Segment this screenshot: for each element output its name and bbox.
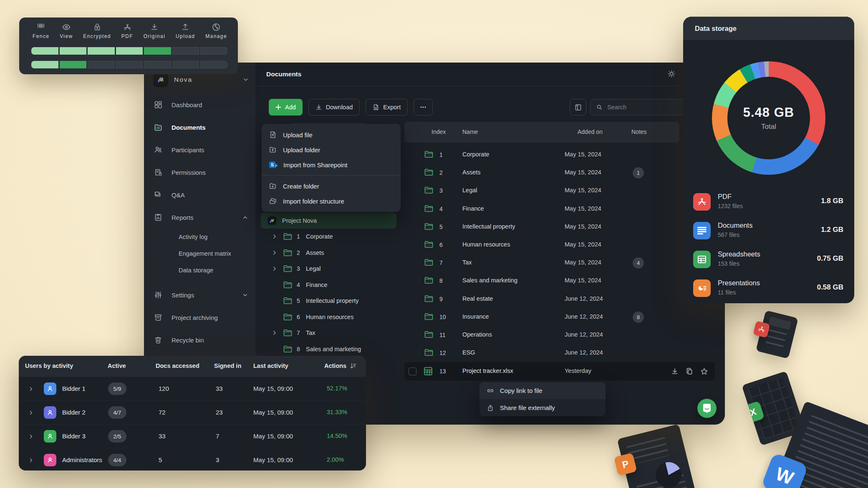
column-header-docs-accessed[interactable]: Docs accessed [156, 362, 199, 369]
column-header-actions[interactable]: Actions [324, 362, 346, 369]
menu-item-upload-file[interactable]: Upload file [262, 127, 401, 142]
sidebar-item-project-archiving[interactable]: Project archiving [144, 306, 255, 329]
legend-row-documents[interactable]: Documents 567 files 1.2 GB [683, 216, 854, 245]
chevron-down-icon[interactable] [242, 292, 248, 298]
row-name[interactable]: Finance [462, 205, 484, 212]
chevron-up-icon[interactable] [242, 215, 248, 220]
notes-count-badge[interactable]: 4 [633, 257, 644, 269]
sidebar-item-participants[interactable]: Participants [144, 138, 255, 161]
legend-row-spreadsheets[interactable]: Spreadsheets 153 files 0.75 GB [683, 245, 854, 274]
sidebar-item-engagement-matrix[interactable]: Engagement matrix [144, 245, 255, 262]
column-header-last-activity[interactable]: Last activity [253, 362, 288, 369]
table-row[interactable]: 11 Operations June 12, 2024 [404, 326, 715, 344]
chevron-right-icon[interactable] [272, 330, 277, 335]
theme-brightness-icon[interactable] [667, 70, 676, 78]
star-icon[interactable] [700, 367, 708, 375]
fence-view-button[interactable]: Fence [33, 23, 49, 39]
menu-item-upload-folder[interactable]: Upload folder [262, 142, 401, 157]
sidebar-item-documents[interactable]: Documents [144, 116, 255, 138]
tree-item[interactable]: 3 Legal [261, 261, 396, 277]
table-row[interactable]: 12 ESG June 12, 2024 [404, 344, 715, 362]
column-header-notes[interactable]: Notes [631, 128, 647, 135]
chevron-right-icon[interactable] [272, 266, 277, 271]
tree-item[interactable]: 4 Finance [261, 277, 396, 293]
notes-count-badge[interactable]: 8 [633, 312, 644, 323]
sidebar-item-permissions[interactable]: Permissions [144, 161, 255, 184]
sidebar-item-qa[interactable]: Q&A [144, 184, 255, 206]
tree-item[interactable]: 7 Tax [261, 325, 396, 341]
menu-item-create-folder[interactable]: Create folder [262, 179, 401, 194]
sidebar-item-reports[interactable]: Reports [144, 206, 255, 229]
column-header-index[interactable]: Index [431, 128, 446, 135]
row-name[interactable]: Intellectual property [462, 223, 515, 230]
notes-count-badge[interactable]: 1 [633, 167, 644, 179]
legend-row-presentations[interactable]: Presentations 11 files 0.58 GB [683, 274, 854, 303]
copy-icon[interactable] [686, 367, 693, 375]
chevron-right-icon[interactable] [29, 458, 33, 463]
table-row[interactable]: 1 Corporate May 15, 2024 [404, 146, 715, 164]
table-row[interactable]: 4 Finance May 15, 2024 [404, 200, 715, 218]
chevron-right-icon[interactable] [29, 387, 33, 391]
tree-item[interactable]: 8 Sales and marketing [261, 341, 396, 357]
row-name[interactable]: Legal [462, 187, 477, 194]
column-header-users[interactable]: Users by activity [25, 362, 73, 369]
row-name[interactable]: Real estate [462, 295, 493, 302]
tree-item[interactable]: 5 Intellectual property [261, 293, 396, 309]
table-row[interactable]: 6 Human resources May 15, 2024 [404, 236, 715, 254]
sidebar-item-activity-log[interactable]: Activity log [144, 229, 255, 245]
row-name[interactable]: Tax [462, 259, 472, 266]
menu-item-import-folder-structure[interactable]: Import folder structure [262, 194, 401, 209]
user-row[interactable]: Bidder 1 5/9 120 33 May 15, 09:00 52.17% [19, 377, 366, 400]
row-name[interactable]: Sales and marketing [462, 277, 517, 284]
more-actions-button[interactable] [414, 99, 433, 116]
row-name[interactable]: Project tracker.xlsx [462, 367, 513, 374]
table-row[interactable]: 8 Sales and marketing May 15, 2024 [404, 272, 715, 290]
column-header-signed-in[interactable]: Signed in [214, 362, 241, 369]
row-name[interactable]: Assets [462, 169, 481, 176]
chevron-down-icon[interactable] [243, 77, 249, 83]
sidebar-item-dashboard[interactable]: Dashboard [144, 93, 255, 116]
column-header-added-on[interactable]: Added on [578, 128, 603, 135]
chevron-right-icon[interactable] [272, 234, 277, 239]
sidebar-item-recycle-bin[interactable]: Recycle bin [144, 329, 255, 351]
row-checkbox[interactable] [409, 367, 416, 375]
menu-item-share-externally[interactable]: Share file externally [479, 399, 606, 416]
menu-item-copy-link[interactable]: Copy link to file [479, 382, 606, 399]
download-icon[interactable] [671, 367, 679, 375]
chevron-right-icon[interactable] [29, 410, 33, 415]
row-name[interactable]: Operations [462, 331, 492, 338]
table-row-selected-file[interactable]: 13 Project tracker.xlsx Yesterday [404, 362, 715, 380]
user-row[interactable]: Bidder 3 2/5 33 7 May 15, 09:00 14.50% [19, 424, 366, 448]
table-row[interactable]: 10 Insurance June 12, 2024 8 [404, 308, 715, 326]
tree-item[interactable]: 2 Assets [261, 245, 396, 261]
legend-row-pdf[interactable]: PDF 1232 files 1.8 GB [683, 188, 854, 216]
row-name[interactable]: Corporate [462, 151, 489, 158]
sidebar-item-settings[interactable]: Settings [144, 284, 255, 306]
layout-toggle-button[interactable] [570, 99, 586, 116]
original-download-button[interactable]: Original [144, 23, 166, 39]
chevron-right-icon[interactable] [29, 434, 33, 439]
manage-button[interactable]: Manage [205, 23, 227, 39]
table-row[interactable]: 2 Assets May 15, 2024 1 [404, 164, 715, 182]
table-row[interactable]: 9 Real estate June 12, 2024 [404, 290, 715, 308]
column-header-active[interactable]: Active [108, 362, 126, 369]
user-row[interactable]: Bidder 2 4/7 72 23 May 15, 09:00 31.33% [19, 400, 366, 424]
export-button[interactable]: Export [366, 99, 408, 116]
chat-fab-button[interactable] [697, 399, 717, 418]
table-row[interactable]: 5 Intellectual property May 15, 2024 [404, 218, 715, 236]
pdf-button[interactable]: PDF [121, 23, 133, 39]
chevron-right-icon[interactable] [272, 250, 277, 255]
add-button[interactable]: Add [269, 99, 303, 116]
view-button[interactable]: View [60, 23, 73, 39]
tree-root-project-nova[interactable]: Project Nova [261, 213, 396, 229]
sort-descending-icon[interactable] [350, 362, 356, 369]
download-button[interactable]: Download [308, 99, 360, 116]
menu-item-import-sharepoint[interactable]: S Import from Sharepoint [262, 157, 401, 172]
column-header-name[interactable]: Name [462, 128, 478, 135]
row-name[interactable]: Human resources [462, 241, 510, 248]
row-name[interactable]: Insurance [462, 313, 489, 320]
encrypted-button[interactable]: Encrypted [83, 23, 111, 39]
tree-item[interactable]: 1 Corporate [261, 229, 396, 245]
table-row[interactable]: 3 Legal May 15, 2024 [404, 182, 715, 200]
tree-item[interactable]: 6 Human resources [261, 309, 396, 325]
